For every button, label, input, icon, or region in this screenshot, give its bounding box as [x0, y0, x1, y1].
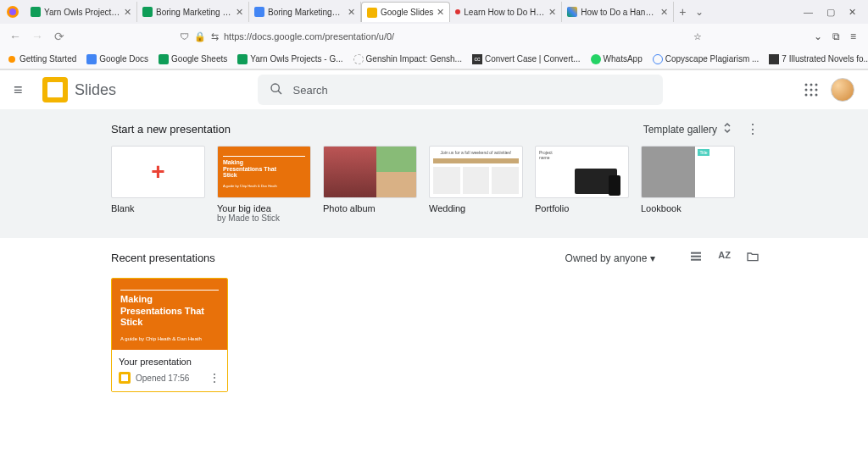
recent-thumb: MakingPresentations ThatStick A guide by…: [112, 279, 227, 350]
cc-icon: cc: [472, 54, 482, 64]
svg-point-9: [810, 89, 813, 91]
folder-button[interactable]: [746, 250, 760, 266]
search-icon: [270, 82, 283, 98]
google-apps-button[interactable]: [804, 82, 819, 97]
bookmark-google-docs[interactable]: Google Docs: [86, 54, 148, 64]
lock-icon[interactable]: 🔒: [194, 31, 206, 42]
template-more-button[interactable]: ⋮: [746, 121, 760, 137]
recent-section: Recent presentations Owned by anyone ▾ A…: [0, 238, 868, 392]
app-menu-icon[interactable]: ≡: [850, 30, 856, 42]
minimize-button[interactable]: —: [804, 7, 813, 18]
close-icon[interactable]: ✕: [236, 7, 243, 18]
svg-rect-14: [691, 252, 701, 254]
template-your-big-idea[interactable]: MakingPresentations ThatStickA guide by …: [217, 146, 311, 223]
firefox-icon: [7, 54, 17, 64]
close-icon[interactable]: ✕: [437, 7, 444, 18]
svg-point-8: [805, 89, 808, 91]
bookmark-whatsapp[interactable]: WhatsApp: [591, 54, 643, 64]
slides-logo-icon[interactable]: [42, 77, 68, 102]
sort-button[interactable]: AZ: [718, 250, 731, 266]
sheets-icon: [142, 7, 153, 17]
extension-icon[interactable]: ⧉: [832, 30, 840, 42]
svg-point-13: [815, 94, 818, 97]
account-avatar[interactable]: [831, 78, 854, 102]
sheets-icon: [159, 54, 169, 64]
template-lookbook[interactable]: Title Lookbook: [641, 146, 735, 223]
address-bar[interactable]: 🛡 🔒 ⇆ https://docs.google.com/presentati…: [175, 31, 707, 42]
close-icon[interactable]: ✕: [124, 7, 131, 18]
bookmark-yarn-owls[interactable]: Yarn Owls Projects - G...: [237, 54, 342, 64]
forward-button[interactable]: →: [29, 30, 46, 43]
new-tab-button[interactable]: +: [674, 5, 691, 19]
bookmark-convert-case[interactable]: ccConvert Case | Convert...: [472, 54, 581, 64]
nav-bar: ← → ⟳ 🛡 🔒 ⇆ https://docs.google.com/pres…: [0, 24, 868, 49]
plus-icon: +: [151, 158, 164, 185]
recent-card-name: Your presentation: [119, 357, 220, 367]
bookmark-google-sheets[interactable]: Google Sheets: [159, 54, 227, 64]
docs-icon: [86, 54, 97, 64]
browser-chrome: Yarn Owls Projects - Google✕ Boring Mark…: [0, 0, 868, 70]
tab-2[interactable]: Boring Marketing_How To D✕: [249, 2, 361, 22]
reload-button[interactable]: ⟳: [51, 30, 68, 43]
owner-filter-button[interactable]: Owned by anyone ▾: [565, 252, 656, 264]
svg-point-5: [805, 84, 808, 86]
template-photo-album[interactable]: Photo album: [323, 146, 417, 223]
svg-point-11: [805, 94, 808, 97]
search-placeholder: Search: [293, 84, 328, 97]
tab-1[interactable]: Boring Marketing Internal -✕: [137, 2, 249, 22]
template-gallery-button[interactable]: Template gallery: [643, 122, 732, 136]
template-portfolio[interactable]: Project name Portfolio: [535, 146, 629, 223]
recent-title: Recent presentations: [111, 252, 215, 264]
svg-rect-16: [691, 259, 701, 261]
star-icon[interactable]: ☆: [693, 31, 702, 42]
sheets-icon: [31, 7, 41, 17]
maximize-button[interactable]: ▢: [826, 7, 835, 18]
template-wedding[interactable]: Join us for a full weekend of activities…: [429, 146, 523, 223]
tab-0[interactable]: Yarn Owls Projects - Google✕: [25, 2, 137, 22]
tab-5[interactable]: How to Do a Hanging Inden✕: [562, 2, 674, 22]
svg-point-3: [271, 84, 279, 91]
recent-card-more-button[interactable]: ⋮: [209, 371, 220, 385]
permissions-icon[interactable]: ⇆: [211, 31, 219, 42]
template-blank[interactable]: + Blank: [111, 146, 205, 223]
shield-icon[interactable]: 🛡: [180, 31, 189, 42]
tab-3-active[interactable]: Google Slides✕: [361, 2, 450, 22]
back-button[interactable]: ←: [7, 30, 24, 43]
search-input[interactable]: Search: [258, 75, 663, 105]
url-text: https://docs.google.com/presentation/u/0…: [224, 31, 688, 42]
svg-point-2: [8, 56, 15, 63]
close-window-button[interactable]: ✕: [849, 7, 856, 18]
list-view-button[interactable]: [689, 250, 703, 266]
tab-overflow-button[interactable]: ⌄: [691, 6, 708, 18]
svg-line-4: [278, 91, 281, 94]
caret-down-icon: ▾: [650, 252, 655, 264]
whatsapp-icon: [591, 54, 601, 64]
main-menu-button[interactable]: ≡: [14, 81, 34, 99]
strip-title: Start a new presentation: [111, 123, 231, 136]
bookmark-copyscape[interactable]: Copyscape Plagiarism ...: [653, 54, 760, 64]
dot-icon: [455, 9, 460, 14]
tab-4[interactable]: Learn How to Do Hanging I✕: [450, 2, 562, 22]
blank-icon: [353, 54, 364, 64]
recent-card-0[interactable]: MakingPresentations ThatStick A guide by…: [111, 278, 228, 392]
copyscape-icon: [653, 54, 663, 64]
close-icon[interactable]: ✕: [348, 7, 355, 18]
recent-card-time: Opened 17:56: [136, 374, 203, 383]
close-icon[interactable]: ✕: [548, 7, 556, 18]
docs-icon: [254, 7, 264, 17]
app-header: ≡ Slides Search: [0, 70, 868, 109]
svg-rect-15: [691, 256, 701, 257]
bookmark-genshin[interactable]: Genshin Impact: Gensh...: [353, 54, 462, 64]
firefox-icon: [3, 3, 22, 21]
svg-point-7: [815, 84, 818, 86]
svg-point-12: [810, 94, 813, 97]
book-icon: [769, 54, 779, 64]
bookmark-novels[interactable]: 7 Illustrated Novels fo...: [769, 54, 868, 64]
bookmarks-bar: Getting Started Google Docs Google Sheet…: [0, 49, 868, 69]
bookmark-getting-started[interactable]: Getting Started: [7, 54, 76, 64]
svg-point-6: [810, 84, 813, 86]
app-brand: Slides: [75, 81, 116, 99]
slides-icon: [367, 8, 377, 18]
pocket-icon[interactable]: ⌄: [814, 30, 822, 42]
close-icon[interactable]: ✕: [660, 7, 668, 18]
